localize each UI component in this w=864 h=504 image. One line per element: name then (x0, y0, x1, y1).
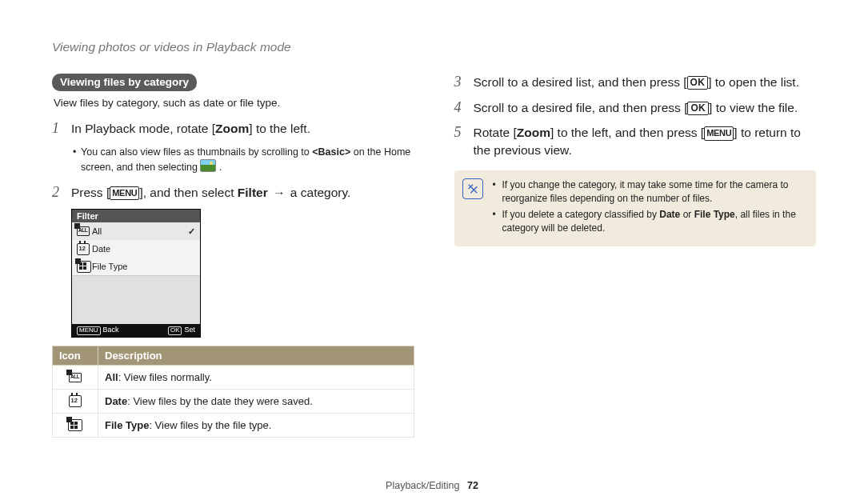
row-all-desc: : View files normally. (118, 371, 212, 383)
step-2: 2 Press [MENU], and then select Filter →… (52, 184, 414, 202)
page-footer: Playback/Editing 72 (0, 480, 864, 491)
step-1: 1 In Playback mode, rotate [Zoom] to the… (52, 120, 414, 138)
filter-item-date: Date (72, 240, 200, 258)
page-header: Viewing photos or videos in Playback mod… (52, 40, 816, 54)
note-box: If you change the category, it may take … (454, 170, 817, 246)
date-icon (53, 390, 98, 414)
step-3-number: 3 (454, 72, 462, 92)
step-5-text-b: ] to the left, and then press [ (550, 126, 704, 139)
note-line-1: If you change the category, it may take … (493, 178, 807, 206)
step-2-text-a: Press [ (71, 186, 110, 199)
step-2-number: 2 (52, 182, 59, 202)
right-column: 3 Scroll to a desired list, and then pre… (454, 74, 817, 438)
note-date-bold: Date (659, 209, 680, 220)
left-column: Viewing files by category View files by … (52, 74, 414, 438)
note-or: or (680, 209, 694, 220)
row-date-name: Date (105, 395, 127, 407)
row-filetype-desc: : View files by the file type. (149, 419, 271, 431)
row-filetype-name: File Type (105, 419, 149, 431)
step-1-text-b: ] to the left. (249, 122, 310, 135)
table-head-description: Description (98, 346, 414, 366)
step-4-number: 4 (454, 98, 462, 118)
step-1-text-a: In Playback mode, rotate [ (71, 122, 215, 135)
step-2-text-b: ], and then select (139, 186, 237, 199)
step-3: 3 Scroll to a desired list, and then pre… (454, 74, 817, 91)
landscape-thumbnail-icon (200, 159, 216, 172)
table-row: All: View files normally. (53, 366, 414, 390)
section-badge: Viewing files by category (52, 74, 197, 91)
row-date-desc: : View files by the date they were saved… (127, 395, 313, 407)
date-icon (77, 243, 87, 255)
note-l2a: If you delete a category classified by (502, 209, 660, 220)
step-3-text-b: ] to open the list. (708, 75, 799, 89)
note-line-2: If you delete a category classified by D… (493, 208, 807, 235)
filter-item-all-label: All (92, 226, 102, 236)
all-icon (53, 366, 98, 390)
note-info-icon (462, 178, 483, 199)
step-4-text-b: ] to view the file. (709, 101, 798, 114)
menu-key-icon: MENU (110, 186, 139, 200)
filter-item-date-label: Date (92, 244, 110, 254)
step-1-sub-a: You can also view files as thumbnails by… (81, 146, 312, 158)
zoom-key-label: Zoom (517, 126, 550, 139)
filter-item-filetype: File Type (72, 258, 200, 275)
zoom-key-label: Zoom (215, 122, 249, 135)
icon-description-table: Icon Description All: View files normall… (52, 346, 414, 438)
step-1-number: 1 (52, 118, 59, 138)
row-all-name: All (105, 371, 118, 383)
filter-menu-screenshot: Filter All ✓ Date File Type MENUBack (71, 209, 201, 338)
step-5-text-a: Rotate [ (474, 126, 517, 139)
filter-menu-title: Filter (72, 210, 200, 222)
ok-key-icon: OK (687, 76, 709, 90)
ok-key-icon: OK (687, 102, 709, 115)
ok-key-small-icon: OK (168, 326, 182, 335)
filter-item-all: All ✓ (72, 222, 200, 240)
footer-page-number: 72 (467, 480, 478, 491)
menu-key-small-icon: MENU (77, 326, 101, 335)
set-label: Set (184, 326, 195, 334)
back-label: Back (103, 326, 119, 334)
filter-menu-empty-area (72, 275, 200, 324)
step-5: 5 Rotate [Zoom] to the left, and then pr… (454, 124, 817, 158)
step-4: 4 Scroll to a desired file, and then pre… (454, 99, 817, 117)
filter-label: Filter (238, 186, 268, 199)
step-5-number: 5 (454, 122, 462, 142)
filetype-icon (77, 261, 87, 273)
filter-menu-footer: MENUBack OKSet (72, 324, 200, 337)
menu-key-icon: MENU (704, 126, 734, 140)
check-icon: ✓ (188, 226, 195, 237)
table-row: File Type: View files by the file type. (53, 414, 414, 438)
step-4-text-a: Scroll to a desired file, and then press… (474, 101, 688, 114)
step-1-sub: You can also view files as thumbnails by… (52, 146, 414, 174)
filter-item-filetype-label: File Type (92, 262, 127, 271)
filetype-icon (53, 414, 98, 438)
section-caption: View files by category, such as date or … (54, 96, 414, 110)
table-head-icon: Icon (53, 346, 98, 366)
step-2-text-c: a category. (290, 186, 351, 199)
arrow-icon: → (268, 186, 290, 199)
table-row: Date: View files by the date they were s… (53, 390, 414, 414)
footer-section: Playback/Editing (386, 480, 459, 491)
step-3-text-a: Scroll to a desired list, and then press… (474, 75, 687, 89)
all-icon (77, 226, 87, 237)
note-filetype-bold: File Type (694, 209, 735, 220)
basic-ref: <Basic> (312, 146, 350, 158)
